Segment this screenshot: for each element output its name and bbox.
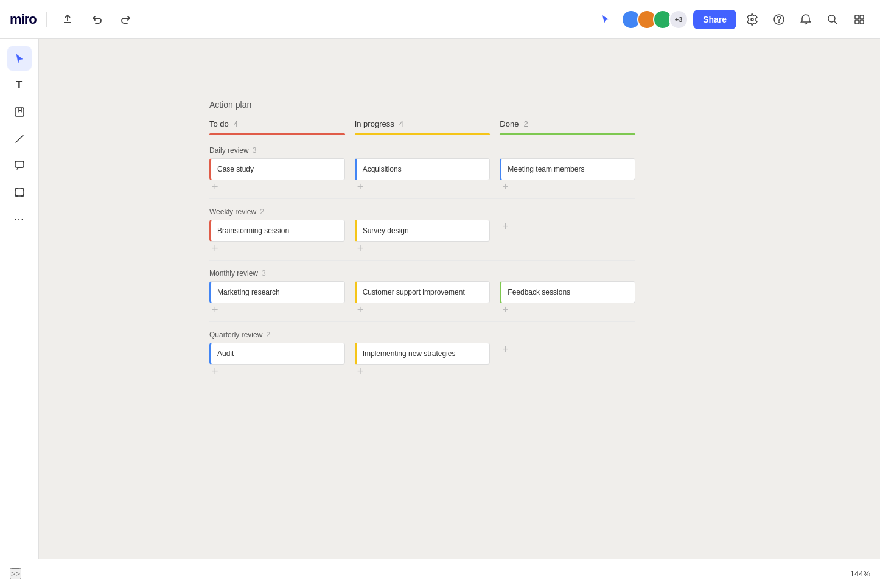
more-tools[interactable]: ··· [7,207,32,231]
svg-point-2 [828,15,835,22]
col-header-inprogress: In progress 4 [355,119,491,135]
board-title: Action plan [209,100,635,110]
add-card-monthly-done[interactable]: + [500,303,511,317]
select-tool[interactable] [7,46,32,71]
comment-tool[interactable] [7,153,32,178]
swimlane-weekly-count: 2 [260,208,264,216]
col-todo-count: 4 [234,119,238,128]
add-card-weekly-todo[interactable]: + [209,242,221,255]
undo-button[interactable] [86,9,108,30]
board-menu-button[interactable] [848,9,870,30]
card-survey-design[interactable]: Survey design [355,220,491,242]
sticky-note-tool[interactable] [7,100,32,124]
swimlane-monthly: Monthly review 3 Marketing research + Cu… [209,263,635,317]
left-sidebar: T ··· [0,39,39,559]
add-card-quarterly-done[interactable]: + [500,343,511,356]
card-brainstorming[interactable]: Brainstorming session [209,220,345,242]
col-done-line [500,133,635,135]
add-card-daily-inprogress[interactable]: + [355,180,366,194]
svg-rect-3 [855,15,859,19]
add-card-monthly-todo[interactable]: + [209,303,221,317]
notifications-icon-button[interactable] [795,9,817,30]
col-header-todo: To do 4 [209,119,345,135]
col-done-count: 2 [523,119,528,128]
text-tool-label: T [16,80,23,91]
settings-icon-button[interactable] [741,9,763,30]
search-icon-button[interactable] [822,9,843,30]
divider-1 [209,198,635,199]
expand-button[interactable]: >> [10,568,21,579]
text-tool[interactable]: T [7,73,32,97]
card-case-study[interactable]: Case study [209,158,345,180]
frame-tool[interactable] [7,180,32,205]
divider-2 [209,260,635,261]
avatar-count: +3 [669,10,688,29]
col-todo-line [209,133,345,135]
toolbar-right: +3 Share [595,9,870,30]
card-feedback-sessions[interactable]: Feedback sessions [500,281,635,303]
swimlane-daily: Daily review 3 Case study + Acquisitions… [209,140,635,194]
redo-button[interactable] [115,9,137,30]
svg-point-1 [779,22,780,23]
add-card-monthly-inprogress[interactable]: + [355,303,366,317]
card-meeting-team[interactable]: Meeting team members [500,158,635,180]
swimlane-quarterly-count: 2 [266,331,270,339]
col-inprogress-count: 4 [399,119,403,128]
card-marketing-research[interactable]: Marketing research [209,281,345,303]
card-audit[interactable]: Audit [209,343,345,365]
swimlane-weekly-label: Weekly review [209,208,256,216]
top-toolbar: miro [0,0,880,39]
add-card-daily-done[interactable]: + [500,180,511,194]
col-inprogress-line [355,133,491,135]
svg-rect-5 [855,20,859,24]
more-tools-label: ··· [14,214,24,225]
svg-rect-6 [860,20,864,24]
divider-3 [209,321,635,322]
add-card-quarterly-inprogress[interactable]: + [355,365,366,378]
kanban-board: Action plan To do 4 In progress 4 Done [209,100,635,383]
swimlane-daily-count: 3 [253,146,257,155]
card-implementing-strategies[interactable]: Implementing new strategies [355,343,491,365]
cursor-icon-button[interactable] [595,9,616,30]
swimlane-quarterly: Quarterly review 2 Audit + Implementing … [209,324,635,378]
export-button[interactable] [57,9,79,30]
swimlane-daily-label: Daily review [209,146,249,155]
swimlane-weekly: Weekly review 2 Brainstorming session + … [209,201,635,255]
zoom-level: 144% [850,569,870,578]
col-inprogress-label: In progress [355,119,394,128]
canvas-area: Action plan To do 4 In progress 4 Done [39,39,880,559]
columns-header: To do 4 In progress 4 Done 2 [209,119,635,135]
swimlane-quarterly-label: Quarterly review [209,331,262,339]
add-card-quarterly-todo[interactable]: + [209,365,221,378]
help-icon-button[interactable] [768,9,790,30]
col-todo-label: To do [209,119,229,128]
add-card-weekly-done[interactable]: + [500,220,511,233]
card-acquisitions[interactable]: Acquisitions [355,158,491,180]
bottom-bar: >> 144% [0,559,880,588]
toolbar-left: miro [10,9,137,30]
col-done-label: Done [500,119,519,128]
svg-rect-8 [15,161,24,167]
svg-rect-9 [16,189,23,196]
add-card-weekly-inprogress[interactable]: + [355,242,366,255]
line-tool[interactable] [7,127,32,151]
card-customer-support[interactable]: Customer support improvement [355,281,491,303]
swimlane-monthly-count: 3 [262,269,266,278]
avatar-group: +3 [621,10,688,29]
swimlane-monthly-label: Monthly review [209,269,258,278]
miro-logo: miro [10,12,37,27]
svg-rect-4 [860,15,864,19]
toolbar-separator [46,12,47,27]
svg-rect-7 [15,108,24,116]
expand-icon: >> [11,569,20,578]
col-header-done: Done 2 [500,119,635,135]
share-button[interactable]: Share [693,10,736,29]
add-card-daily-todo[interactable]: + [209,180,221,194]
